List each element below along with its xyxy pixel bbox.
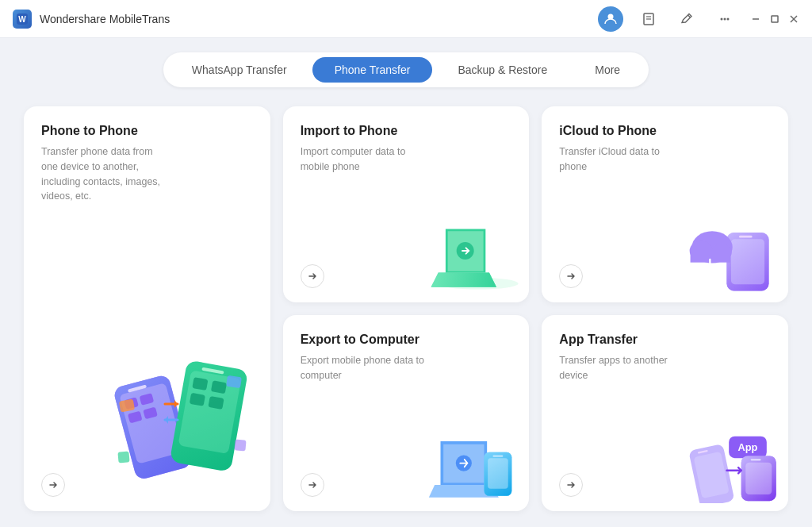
svg-rect-46 xyxy=(488,458,508,489)
svg-rect-30 xyxy=(234,439,246,451)
card-import-to-phone[interactable]: Import to Phone Import computer data to … xyxy=(283,106,530,302)
titlebar-left: W Wondershare MobileTrans xyxy=(13,10,170,29)
card-app-title: App Transfer xyxy=(559,333,771,347)
card-icloud-desc: Transfer iCloud data to phone xyxy=(559,144,686,175)
card-import-title: Import to Phone xyxy=(301,124,512,138)
card-icloud-title: iCloud to Phone xyxy=(559,124,771,138)
nav-tabs: WhatsApp Transfer Phone Transfer Backup … xyxy=(163,52,649,87)
card-icloud-arrow[interactable] xyxy=(559,264,583,288)
app-icon: W xyxy=(13,10,32,29)
card-icloud-to-phone[interactable]: iCloud to Phone Transfer iCloud data to … xyxy=(542,106,788,302)
svg-rect-31 xyxy=(117,451,129,463)
menu-icon[interactable] xyxy=(712,6,737,32)
titlebar-right xyxy=(598,6,799,32)
svg-rect-37 xyxy=(739,236,753,238)
card-export-title: Export to Computer xyxy=(301,333,512,347)
nav-bar: WhatsApp Transfer Phone Transfer Backup … xyxy=(0,38,812,98)
cards-grid: Phone to Phone Transfer phone data from … xyxy=(24,106,788,511)
card-phone-to-phone-desc: Transfer phone data from one device to a… xyxy=(41,144,168,204)
close-button[interactable] xyxy=(788,13,799,25)
titlebar: W Wondershare MobileTrans xyxy=(0,0,812,38)
bookmark-icon[interactable] xyxy=(636,6,661,32)
svg-rect-10 xyxy=(772,16,778,22)
restore-button[interactable] xyxy=(769,13,780,25)
card-app-desc: Transfer apps to another device xyxy=(559,353,686,383)
tab-whatsapp[interactable]: WhatsApp Transfer xyxy=(170,57,309,83)
svg-point-7 xyxy=(724,17,726,20)
svg-rect-55 xyxy=(745,463,772,494)
card-export-to-computer[interactable]: Export to Computer Export mobile phone d… xyxy=(283,315,530,511)
svg-point-8 xyxy=(727,17,730,20)
card-phone-to-phone-title: Phone to Phone xyxy=(41,124,253,138)
tab-more[interactable]: More xyxy=(573,57,642,83)
main-content: Phone to Phone Transfer phone data from … xyxy=(0,98,812,527)
svg-point-6 xyxy=(721,17,723,20)
tab-backup[interactable]: Backup & Restore xyxy=(435,57,569,83)
app-title: Wondershare MobileTrans xyxy=(40,13,170,25)
svg-text:W: W xyxy=(18,15,26,24)
svg-rect-56 xyxy=(751,459,761,460)
card-phone-to-phone[interactable]: Phone to Phone Transfer phone data from … xyxy=(24,106,270,511)
edit-icon[interactable] xyxy=(674,6,699,32)
card-export-arrow[interactable] xyxy=(301,473,324,497)
card-app-transfer[interactable]: App Transfer Transfer apps to another de… xyxy=(542,315,788,511)
minimize-button[interactable] xyxy=(750,13,761,25)
card-export-desc: Export mobile phone data to computer xyxy=(301,353,427,383)
svg-rect-36 xyxy=(731,239,764,284)
svg-text:App: App xyxy=(738,441,758,453)
card-import-arrow[interactable] xyxy=(301,264,324,288)
svg-rect-47 xyxy=(493,456,504,457)
card-import-desc: Import computer data to mobile phone xyxy=(301,144,427,175)
card-app-arrow[interactable] xyxy=(559,473,583,497)
svg-rect-29 xyxy=(226,375,242,388)
card-phone-to-phone-arrow[interactable] xyxy=(41,473,65,497)
account-icon[interactable] xyxy=(598,6,623,32)
tab-phone[interactable]: Phone Transfer xyxy=(312,57,433,83)
window-controls xyxy=(750,13,799,25)
